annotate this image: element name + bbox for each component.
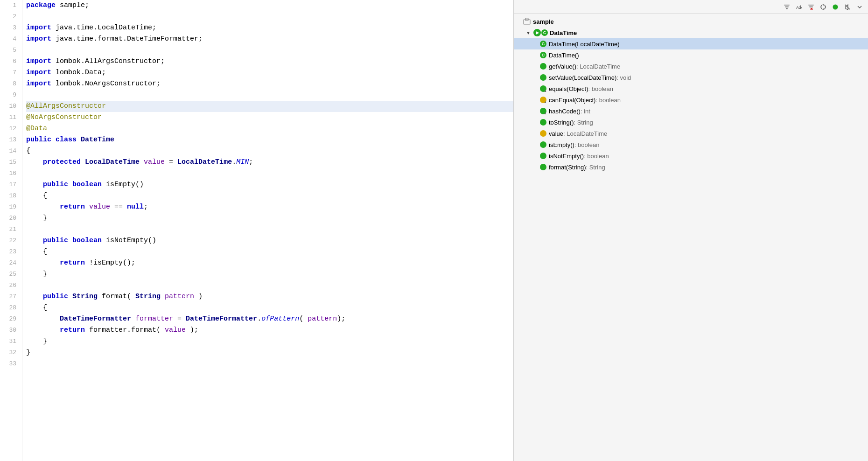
code-line-13[interactable]: public class DateTime (26, 134, 513, 146)
code-line-3[interactable]: import java.time.LocalDateTime; (26, 22, 513, 34)
tree-item-ctor-localdt[interactable]: CDataTime(LocalDateTime) (514, 38, 868, 49)
tree-item-getValue[interactable]: getValue() : LocalDateTime (514, 61, 868, 72)
method-override-icon: ▲ (540, 108, 546, 114)
field-icon (540, 130, 546, 137)
tree-item-pkg-sample[interactable]: sample (514, 16, 868, 27)
chevron-down-icon[interactable] (855, 2, 864, 12)
line-number-21: 21 (0, 224, 16, 235)
green-circle-icon[interactable] (831, 2, 840, 12)
method-icon (540, 119, 546, 126)
code-line-12[interactable]: @Data (26, 123, 513, 134)
code-line-24[interactable]: return !isEmpty(); (26, 258, 513, 269)
tree-item-ctor-default[interactable]: CDataTime() (514, 49, 868, 61)
tree-item-isNotEmpty[interactable]: isNotEmpty() : boolean (514, 150, 868, 161)
token-ann: @AllArgsConstructor (26, 101, 106, 112)
tree-type: : boolean (584, 153, 609, 160)
code-line-27[interactable]: public String format( String pattern ) (26, 291, 513, 302)
code-line-22[interactable]: public boolean isNotEmpty() (26, 235, 513, 246)
token-plain (26, 179, 43, 190)
code-line-17[interactable]: public boolean isEmpty() (26, 179, 513, 190)
code-line-23[interactable]: { (26, 246, 513, 258)
tree-item-canEqual[interactable]: ▲canEqual(Object) : boolean (514, 94, 868, 105)
tree-item-format[interactable]: format(String) : String (514, 161, 868, 173)
code-line-14[interactable]: { (26, 146, 513, 157)
token-plain: ; (249, 157, 253, 168)
tree-label: format(String) (549, 164, 586, 171)
line-number-26: 26 (0, 280, 16, 291)
line-number-25: 25 (0, 269, 16, 280)
line-number-4: 4 (0, 34, 16, 45)
token-kw: boolean (72, 235, 106, 246)
code-line-10[interactable]: @AllArgsConstructor (26, 101, 513, 112)
line-number-27: −27 (0, 291, 16, 302)
token-plain: isNotEmpty() (106, 235, 156, 246)
token-plain (26, 202, 60, 213)
code-line-19[interactable]: return value == null; (26, 202, 513, 213)
token-var: pattern (308, 314, 337, 325)
method-icon (540, 164, 546, 170)
tree-item-toString[interactable]: toString() : String (514, 117, 868, 128)
code-line-33[interactable] (26, 358, 513, 370)
code-line-26[interactable] (26, 280, 513, 291)
line-number-12: 12 (0, 123, 16, 134)
token-plain: lombok.NoArgsConstructor; (56, 78, 161, 90)
code-line-2[interactable] (26, 11, 513, 22)
method-icon (540, 74, 546, 81)
token-plain (26, 291, 43, 302)
line-number-28: 28 (0, 302, 16, 314)
filter-icon[interactable] (782, 2, 791, 12)
tree-item-hashCode[interactable]: ▲hashCode() : int (514, 105, 868, 117)
code-line-1[interactable]: package sample; (26, 0, 513, 11)
token-type: LocalDateTime (85, 157, 140, 168)
code-line-5[interactable] (26, 45, 513, 56)
tree-label: DataTime(LocalDateTime) (549, 41, 619, 48)
code-line-29[interactable]: DateTimeFormatter formatter = DateTimeFo… (26, 314, 513, 325)
code-line-31[interactable]: } (26, 336, 513, 347)
tree-label: sample (533, 18, 554, 25)
code-line-4[interactable]: import java.time.format.DateTimeFormatte… (26, 34, 513, 45)
code-line-18[interactable]: { (26, 190, 513, 202)
code-line-28[interactable]: { (26, 302, 513, 314)
method-override-icon: ▲ (540, 85, 546, 92)
token-plain: } (26, 213, 47, 224)
line-number-3: −3 (0, 22, 16, 34)
svg-rect-5 (809, 7, 813, 7)
token-plain: ); (337, 314, 345, 325)
token-kw: return (60, 202, 89, 213)
code-line-6[interactable]: import lombok.AllArgsConstructor; (26, 56, 513, 67)
tree-item-class-datetime[interactable]: ▼ ▶CDataTime (514, 27, 868, 38)
tree-item-value-field[interactable]: value : LocalDateTime (514, 128, 868, 139)
tree-label: DataTime (550, 29, 577, 36)
token-var: formatter (135, 314, 173, 325)
method-icon (540, 153, 546, 159)
tree-item-isEmpty[interactable]: isEmpty() : boolean (514, 139, 868, 150)
tree-item-setValue[interactable]: setValue(LocalDateTime) : void (514, 72, 868, 83)
tree-arrow[interactable]: ▼ (526, 30, 532, 35)
token-plain (26, 235, 43, 246)
tree-type: : void (616, 74, 631, 81)
code-line-25[interactable]: } (26, 269, 513, 280)
sort-alpha-icon[interactable]: AZ (794, 2, 804, 12)
code-line-11[interactable]: @NoArgsConstructor (26, 112, 513, 123)
token-kw: import (26, 78, 56, 90)
code-line-21[interactable] (26, 224, 513, 235)
code-line-15[interactable]: protected LocalDateTime value = LocalDat… (26, 157, 513, 168)
code-line-16[interactable] (26, 168, 513, 179)
mute-icon[interactable] (843, 2, 852, 12)
code-line-32[interactable]: } (26, 347, 513, 358)
crosshair-icon[interactable] (819, 2, 828, 12)
token-plain: formatter.format( (89, 325, 165, 336)
code-line-7[interactable]: import lombok.Data; (26, 67, 513, 78)
token-plain: sample; (60, 0, 89, 11)
code-line-8[interactable]: import lombok.NoArgsConstructor; (26, 78, 513, 90)
method-orange-icon: ▲ (540, 97, 546, 103)
tree-item-equals[interactable]: ▲equals(Object) : boolean (514, 83, 868, 94)
token-plain: java.time.LocalDateTime; (56, 22, 156, 34)
code-line-20[interactable]: } (26, 213, 513, 224)
token-type: String (135, 291, 161, 302)
line-number-23: 23 (0, 246, 16, 258)
code-line-30[interactable]: return formatter.format( value ); (26, 325, 513, 336)
line-numbers: 12−345678910111213141516−1718192021−2223… (0, 0, 22, 461)
filter-x-icon[interactable] (806, 2, 816, 12)
code-line-9[interactable] (26, 90, 513, 101)
